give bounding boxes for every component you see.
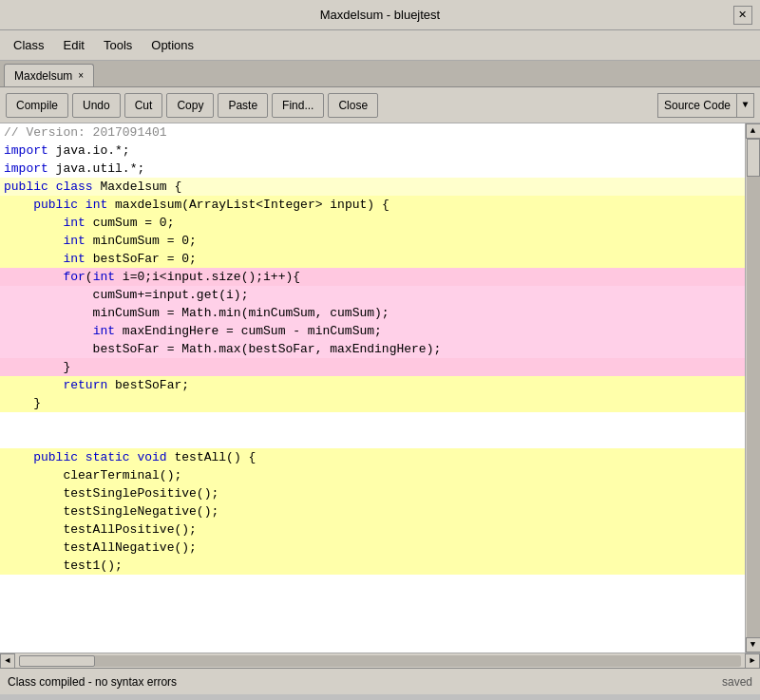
code-line: }	[0, 358, 745, 376]
close-editor-button[interactable]: Close	[328, 93, 378, 118]
scroll-track[interactable]	[747, 139, 760, 637]
scroll-up-button[interactable]: ▲	[746, 123, 761, 139]
code-line: int bestSoFar = 0;	[0, 250, 745, 268]
code-line: import java.util.*;	[0, 160, 745, 178]
menu-class[interactable]: Class	[4, 34, 54, 56]
code-line: import java.io.*;	[0, 142, 745, 160]
window-close-button[interactable]: ✕	[733, 6, 752, 25]
find-button[interactable]: Find...	[272, 93, 324, 118]
tab-label: Maxdelsum	[14, 69, 72, 83]
code-line	[0, 412, 745, 430]
toolbar: Compile Undo Cut Copy Paste Find... Clos…	[0, 87, 760, 123]
tab-close-button[interactable]: ×	[78, 70, 84, 81]
source-code-label: Source Code	[664, 99, 731, 112]
code-content: // Version: 2017091401import java.io.*;i…	[0, 123, 745, 575]
dropdown-arrow-icon: ▼	[742, 100, 748, 110]
code-line: cumSum+=input.get(i);	[0, 286, 745, 304]
source-code-arrow[interactable]: ▼	[737, 93, 754, 118]
code-line: public class Maxdelsum {	[0, 178, 745, 196]
editor-tab[interactable]: Maxdelsum ×	[4, 64, 94, 86]
code-line: minCumSum = Math.min(minCumSum, cumSum);	[0, 304, 745, 322]
code-line: testAllPositive();	[0, 520, 745, 539]
paste-button[interactable]: Paste	[218, 93, 268, 118]
code-line: }	[0, 394, 745, 412]
status-bar: Class compiled - no syntax errors saved	[0, 668, 760, 694]
menu-bar: Class Edit Tools Options	[0, 30, 760, 61]
menu-options[interactable]: Options	[142, 34, 203, 56]
code-line: // Version: 2017091401	[0, 123, 745, 142]
code-line	[0, 430, 745, 448]
code-line: testSinglePositive();	[0, 484, 745, 502]
code-line: return bestSoFar;	[0, 376, 745, 394]
code-line: public int maxdelsum(ArrayList<Integer> …	[0, 196, 745, 214]
code-area-container: // Version: 2017091401import java.io.*;i…	[0, 123, 760, 653]
code-line: public static void testAll() {	[0, 448, 745, 466]
source-code-dropdown[interactable]: Source Code	[657, 93, 737, 118]
undo-button[interactable]: Undo	[72, 93, 121, 118]
vertical-scrollbar[interactable]: ▲ ▼	[745, 123, 760, 653]
window-title: Maxdelsum - bluejtest	[320, 8, 440, 22]
scroll-left-button[interactable]: ◄	[0, 653, 15, 669]
hscroll-track[interactable]	[19, 655, 741, 667]
scroll-down-button[interactable]: ▼	[746, 637, 761, 653]
horizontal-scrollbar[interactable]: ◄ ►	[0, 653, 760, 668]
scroll-right-button[interactable]: ►	[745, 653, 760, 669]
menu-tools[interactable]: Tools	[94, 34, 142, 56]
hscroll-thumb[interactable]	[19, 655, 95, 667]
scroll-thumb[interactable]	[747, 139, 760, 177]
saved-indicator: saved	[722, 675, 752, 689]
tab-bar: Maxdelsum ×	[0, 61, 760, 87]
code-line: int cumSum = 0;	[0, 214, 745, 232]
compile-button[interactable]: Compile	[6, 93, 68, 118]
code-line: int minCumSum = 0;	[0, 232, 745, 250]
code-scroll-area[interactable]: // Version: 2017091401import java.io.*;i…	[0, 123, 745, 653]
code-line: clearTerminal();	[0, 466, 745, 484]
title-bar: Maxdelsum - bluejtest ✕	[0, 0, 760, 30]
code-line: testAllNegative();	[0, 539, 745, 557]
cut-button[interactable]: Cut	[124, 93, 163, 118]
code-line: test1();	[0, 557, 745, 575]
status-message: Class compiled - no syntax errors	[8, 675, 177, 689]
menu-edit[interactable]: Edit	[54, 34, 94, 56]
code-line: int maxEndingHere = cumSum - minCumSum;	[0, 322, 745, 340]
code-line: bestSoFar = Math.max(bestSoFar, maxEndin…	[0, 340, 745, 358]
code-line: testSingleNegative();	[0, 502, 745, 520]
toolbar-right: Source Code ▼	[657, 93, 754, 118]
copy-button[interactable]: Copy	[166, 93, 214, 118]
code-line: for(int i=0;i<input.size();i++){	[0, 268, 745, 286]
